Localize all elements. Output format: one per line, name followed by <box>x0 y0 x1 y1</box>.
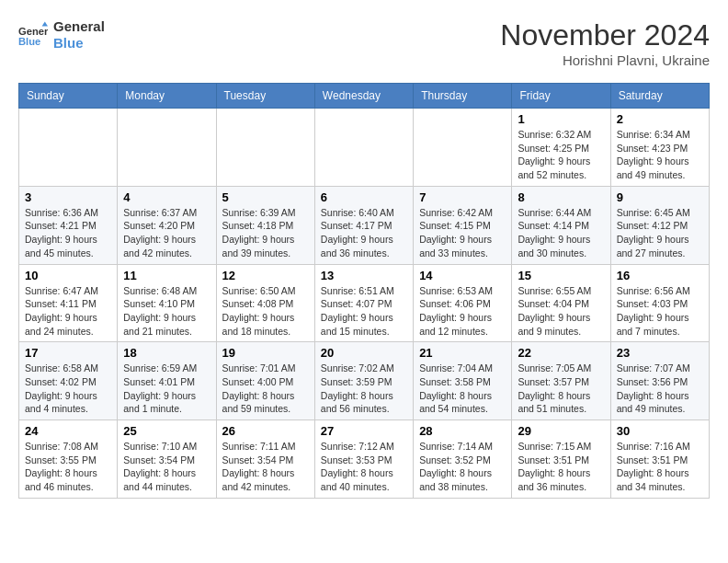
day-info: Sunrise: 7:16 AM Sunset: 3:51 PM Dayligh… <box>617 440 703 494</box>
calendar-cell: 16Sunrise: 6:56 AM Sunset: 4:03 PM Dayli… <box>610 264 709 342</box>
day-number: 1 <box>518 112 604 126</box>
day-number: 2 <box>617 112 703 126</box>
calendar-cell: 27Sunrise: 7:12 AM Sunset: 3:53 PM Dayli… <box>314 420 413 499</box>
day-info: Sunrise: 6:48 AM Sunset: 4:10 PM Dayligh… <box>123 284 210 339</box>
calendar-cell: 25Sunrise: 7:10 AM Sunset: 3:54 PM Dayli… <box>118 420 216 499</box>
day-info: Sunrise: 6:32 AM Sunset: 4:25 PM Dayligh… <box>518 128 604 182</box>
day-number: 13 <box>321 269 407 282</box>
day-number: 21 <box>419 346 506 360</box>
day-info: Sunrise: 7:15 AM Sunset: 3:51 PM Dayligh… <box>518 440 604 494</box>
logo-blue: Blue <box>53 35 105 52</box>
calendar-cell <box>118 109 216 187</box>
calendar-cell: 6Sunrise: 6:40 AM Sunset: 4:17 PM Daylig… <box>314 186 413 264</box>
day-info: Sunrise: 7:12 AM Sunset: 3:53 PM Dayligh… <box>321 440 407 494</box>
day-info: Sunrise: 6:58 AM Sunset: 4:02 PM Dayligh… <box>25 362 111 416</box>
month-title: November 2024 <box>500 18 710 52</box>
day-number: 9 <box>617 190 703 204</box>
calendar-cell: 12Sunrise: 6:50 AM Sunset: 4:08 PM Dayli… <box>216 264 314 342</box>
day-info: Sunrise: 7:05 AM Sunset: 3:57 PM Dayligh… <box>518 362 604 416</box>
day-number: 25 <box>123 424 210 438</box>
day-info: Sunrise: 6:42 AM Sunset: 4:15 PM Dayligh… <box>419 206 506 260</box>
day-info: Sunrise: 6:55 AM Sunset: 4:04 PM Dayligh… <box>518 284 604 339</box>
calendar-cell: 29Sunrise: 7:15 AM Sunset: 3:51 PM Dayli… <box>512 420 610 499</box>
calendar-cell: 26Sunrise: 7:11 AM Sunset: 3:54 PM Dayli… <box>216 420 314 499</box>
calendar-header-friday: Friday <box>512 84 610 109</box>
svg-text:General: General <box>18 26 48 37</box>
calendar-cell: 21Sunrise: 7:04 AM Sunset: 3:58 PM Dayli… <box>414 342 512 420</box>
day-info: Sunrise: 7:11 AM Sunset: 3:54 PM Dayligh… <box>222 440 309 494</box>
day-info: Sunrise: 7:10 AM Sunset: 3:54 PM Dayligh… <box>123 440 210 494</box>
calendar-header-monday: Monday <box>118 84 216 109</box>
calendar-cell: 14Sunrise: 6:53 AM Sunset: 4:06 PM Dayli… <box>414 264 512 342</box>
calendar-header-row: SundayMondayTuesdayWednesdayThursdayFrid… <box>19 84 710 109</box>
day-info: Sunrise: 7:08 AM Sunset: 3:55 PM Dayligh… <box>25 440 111 494</box>
calendar-cell <box>414 109 512 187</box>
calendar-header-tuesday: Tuesday <box>216 84 314 109</box>
calendar-cell: 3Sunrise: 6:36 AM Sunset: 4:21 PM Daylig… <box>19 186 118 264</box>
day-info: Sunrise: 6:39 AM Sunset: 4:18 PM Dayligh… <box>222 206 309 260</box>
calendar-cell: 22Sunrise: 7:05 AM Sunset: 3:57 PM Dayli… <box>512 342 610 420</box>
page-header: General Blue General Blue November 2024 … <box>18 18 710 68</box>
day-info: Sunrise: 7:01 AM Sunset: 4:00 PM Dayligh… <box>222 362 309 416</box>
calendar-header-thursday: Thursday <box>414 84 512 109</box>
day-info: Sunrise: 7:04 AM Sunset: 3:58 PM Dayligh… <box>419 362 506 416</box>
day-number: 15 <box>518 269 604 282</box>
day-number: 14 <box>419 269 506 282</box>
day-info: Sunrise: 6:37 AM Sunset: 4:20 PM Dayligh… <box>123 206 210 260</box>
calendar-cell: 10Sunrise: 6:47 AM Sunset: 4:11 PM Dayli… <box>19 264 118 342</box>
calendar-week-row: 24Sunrise: 7:08 AM Sunset: 3:55 PM Dayli… <box>19 420 710 499</box>
day-number: 23 <box>617 346 703 360</box>
calendar-cell: 4Sunrise: 6:37 AM Sunset: 4:20 PM Daylig… <box>118 186 216 264</box>
day-number: 22 <box>518 346 604 360</box>
calendar-cell: 20Sunrise: 7:02 AM Sunset: 3:59 PM Dayli… <box>314 342 413 420</box>
day-number: 8 <box>518 190 604 204</box>
calendar-week-row: 17Sunrise: 6:58 AM Sunset: 4:02 PM Dayli… <box>19 342 710 420</box>
day-number: 3 <box>25 190 111 204</box>
day-info: Sunrise: 6:53 AM Sunset: 4:06 PM Dayligh… <box>419 284 506 339</box>
calendar-header-wednesday: Wednesday <box>314 84 413 109</box>
logo-general: General <box>53 18 105 35</box>
calendar-cell: 18Sunrise: 6:59 AM Sunset: 4:01 PM Dayli… <box>118 342 216 420</box>
day-number: 29 <box>518 424 604 438</box>
day-number: 24 <box>25 424 111 438</box>
calendar-cell: 2Sunrise: 6:34 AM Sunset: 4:23 PM Daylig… <box>610 109 709 187</box>
day-info: Sunrise: 7:07 AM Sunset: 3:56 PM Dayligh… <box>617 362 703 416</box>
calendar-cell <box>216 109 314 187</box>
day-info: Sunrise: 6:51 AM Sunset: 4:07 PM Dayligh… <box>321 284 407 339</box>
day-info: Sunrise: 6:34 AM Sunset: 4:23 PM Dayligh… <box>617 128 703 182</box>
calendar-table: SundayMondayTuesdayWednesdayThursdayFrid… <box>18 83 710 499</box>
day-number: 16 <box>617 269 703 282</box>
day-number: 5 <box>222 190 309 204</box>
day-number: 6 <box>321 190 407 204</box>
day-info: Sunrise: 6:45 AM Sunset: 4:12 PM Dayligh… <box>617 206 703 260</box>
day-number: 4 <box>123 190 210 204</box>
day-number: 19 <box>222 346 309 360</box>
day-info: Sunrise: 6:47 AM Sunset: 4:11 PM Dayligh… <box>25 284 111 339</box>
day-number: 20 <box>321 346 407 360</box>
day-info: Sunrise: 6:59 AM Sunset: 4:01 PM Dayligh… <box>123 362 210 416</box>
calendar-cell: 1Sunrise: 6:32 AM Sunset: 4:25 PM Daylig… <box>512 109 610 187</box>
day-number: 12 <box>222 269 309 282</box>
day-number: 17 <box>25 346 111 360</box>
calendar-cell: 19Sunrise: 7:01 AM Sunset: 4:00 PM Dayli… <box>216 342 314 420</box>
day-number: 27 <box>321 424 407 438</box>
calendar-header-sunday: Sunday <box>19 84 118 109</box>
day-info: Sunrise: 7:14 AM Sunset: 3:52 PM Dayligh… <box>419 440 506 494</box>
day-number: 11 <box>123 269 210 282</box>
calendar-cell: 28Sunrise: 7:14 AM Sunset: 3:52 PM Dayli… <box>414 420 512 499</box>
calendar-cell: 24Sunrise: 7:08 AM Sunset: 3:55 PM Dayli… <box>19 420 118 499</box>
day-number: 10 <box>25 269 111 282</box>
calendar-cell: 15Sunrise: 6:55 AM Sunset: 4:04 PM Dayli… <box>512 264 610 342</box>
calendar-cell: 17Sunrise: 6:58 AM Sunset: 4:02 PM Dayli… <box>19 342 118 420</box>
calendar-cell: 5Sunrise: 6:39 AM Sunset: 4:18 PM Daylig… <box>216 186 314 264</box>
day-info: Sunrise: 6:36 AM Sunset: 4:21 PM Dayligh… <box>25 206 111 260</box>
day-info: Sunrise: 6:44 AM Sunset: 4:14 PM Dayligh… <box>518 206 604 260</box>
day-info: Sunrise: 6:40 AM Sunset: 4:17 PM Dayligh… <box>321 206 407 260</box>
calendar-week-row: 3Sunrise: 6:36 AM Sunset: 4:21 PM Daylig… <box>19 186 710 264</box>
calendar-cell: 13Sunrise: 6:51 AM Sunset: 4:07 PM Dayli… <box>314 264 413 342</box>
logo-icon: General Blue <box>18 20 48 50</box>
calendar-cell <box>19 109 118 187</box>
calendar-cell: 23Sunrise: 7:07 AM Sunset: 3:56 PM Dayli… <box>610 342 709 420</box>
title-section: November 2024 Horishni Plavni, Ukraine <box>500 18 710 68</box>
day-number: 18 <box>123 346 210 360</box>
